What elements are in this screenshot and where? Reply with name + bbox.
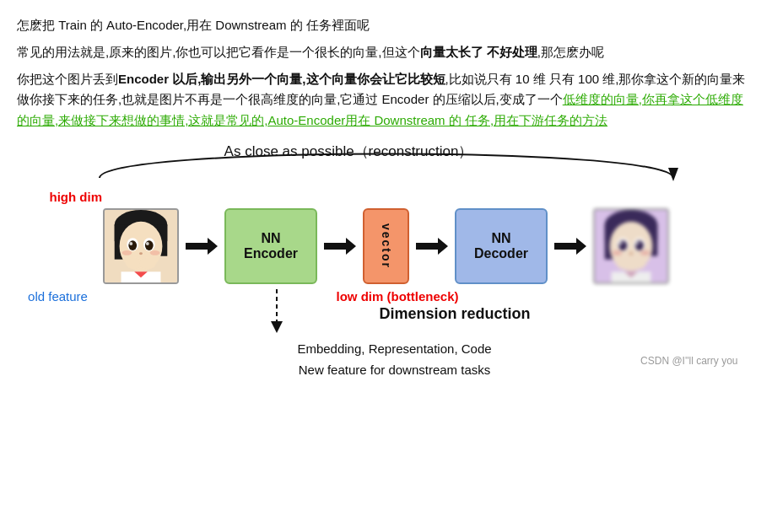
svg-point-12 — [139, 252, 143, 255]
svg-point-11 — [146, 242, 149, 245]
diagram-wrapper: As close as possible（reconstruction） hig… — [19, 137, 753, 377]
low-dim-label: low dim (bottleneck) — [337, 289, 753, 304]
svg-point-41 — [629, 257, 646, 269]
decoder-box: NN Decoder — [455, 208, 548, 284]
arrow-input-to-encoder — [186, 236, 218, 256]
svg-point-8 — [128, 240, 137, 250]
svg-point-14 — [150, 250, 160, 255]
svg-point-35 — [629, 252, 633, 255]
svg-marker-43 — [271, 321, 283, 333]
svg-point-32 — [635, 240, 644, 250]
reconstruction-arrow-svg: As close as possible（reconstruction） — [19, 137, 753, 183]
watermark: CSDN @I''ll carry you — [640, 355, 737, 367]
svg-point-18 — [139, 257, 156, 269]
svg-point-37 — [640, 250, 651, 255]
svg-point-33 — [619, 242, 623, 245]
old-feature-label: old feature — [28, 289, 88, 304]
output-image — [593, 208, 669, 284]
svg-point-13 — [122, 250, 132, 255]
high-dim-label: high dim — [50, 190, 103, 204]
intro-line1: 怎麽把 Train 的 Auto-Encoder,用在 Downstream 的… — [17, 15, 755, 36]
dashed-down-arrow — [267, 289, 286, 333]
svg-point-9 — [145, 240, 154, 250]
new-feature-label: New feature for downstream tasks — [299, 363, 491, 377]
svg-marker-20 — [324, 238, 356, 255]
arrow-vector-to-decoder — [416, 236, 448, 256]
arrow-encoder-to-vector — [324, 236, 356, 256]
arrow-decoder-to-output — [554, 236, 586, 256]
svg-marker-21 — [416, 238, 448, 255]
svg-point-34 — [636, 242, 640, 245]
svg-marker-19 — [186, 238, 218, 255]
vector-box: vector — [363, 208, 409, 284]
intro-line3: 你把这个图片丢到Encoder 以后,输出另外一个向量,这个向量你会让它比较短,… — [17, 69, 755, 132]
reconstruction-label: As close as possible（reconstruction） — [224, 143, 472, 159]
svg-point-31 — [618, 240, 627, 250]
svg-point-10 — [129, 242, 132, 245]
svg-marker-22 — [554, 238, 586, 255]
svg-point-36 — [613, 250, 623, 255]
encoder-box: NN Encoder — [224, 208, 317, 284]
dimension-reduction-label: Dimension reduction — [337, 305, 531, 323]
input-image — [103, 208, 179, 284]
intro-line2: 常见的用法就是,原来的图片,你也可以把它看作是一个很长的向量,但这个向量太长了 … — [17, 42, 755, 63]
embedding-label: Embedding, Representation, Code — [297, 341, 491, 356]
diagram-row: high dim — [19, 208, 753, 284]
